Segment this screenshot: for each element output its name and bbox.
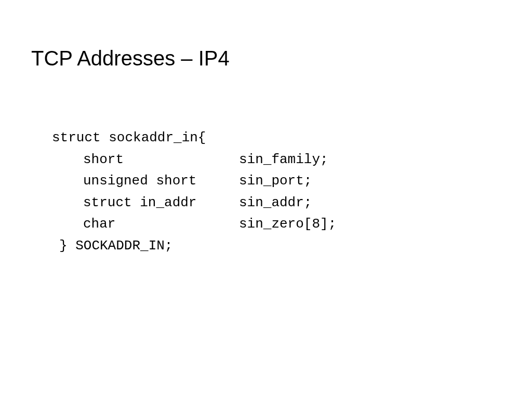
field-name: sin_addr; — [239, 192, 312, 214]
indent — [52, 214, 83, 235]
struct-close: } SOCKADDR_IN; — [59, 235, 172, 257]
field-name: sin_port; — [239, 170, 312, 192]
slide-title: TCP Addresses – IP4 — [31, 47, 501, 70]
code-line-close: } SOCKADDR_IN; — [52, 235, 501, 257]
code-line-field: char sin_zero[8]; — [52, 214, 501, 235]
field-type: unsigned short — [83, 170, 239, 192]
code-block: struct sockaddr_in{ short sin_family; un… — [31, 127, 501, 257]
field-type: struct in_addr — [83, 192, 239, 214]
code-line-field: struct in_addr sin_addr; — [52, 192, 501, 214]
field-name: sin_family; — [239, 149, 328, 171]
struct-open: struct sockaddr_in{ — [52, 127, 206, 149]
code-line-open: struct sockaddr_in{ — [52, 127, 501, 149]
field-type: short — [83, 149, 239, 171]
code-line-field: unsigned short sin_port; — [52, 170, 501, 192]
slide: TCP Addresses – IP4 struct sockaddr_in{ … — [0, 0, 532, 399]
code-line-field: short sin_family; — [52, 149, 501, 171]
indent — [52, 192, 83, 214]
field-type: char — [83, 214, 239, 235]
field-name: sin_zero[8]; — [239, 214, 336, 235]
indent — [52, 149, 83, 171]
indent — [52, 170, 83, 192]
